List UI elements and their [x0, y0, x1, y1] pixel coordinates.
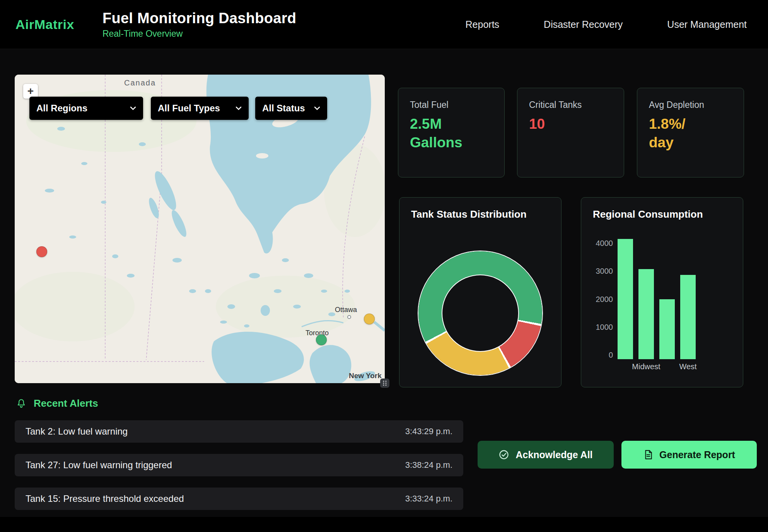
regional-consumption-card: Regional Consumption 40003000200010000 M… [581, 197, 743, 387]
generate-report-button[interactable]: Generate Report [621, 441, 757, 469]
page-title: Fuel Monitoring Dashboard [102, 10, 296, 27]
acknowledge-all-button[interactable]: Acknowledge All [478, 441, 614, 469]
stat-card: Avg Depletion 1.8%/ day [637, 88, 744, 177]
document-icon [643, 450, 653, 460]
fuel-type-filter-label: All Fuel Types [158, 103, 220, 114]
brand-logo[interactable]: AirMatrix [15, 17, 74, 32]
stat-label: Total Fuel [410, 100, 493, 110]
alert-time: 3:38:24 p.m. [405, 460, 452, 470]
map-canvas[interactable] [15, 75, 385, 383]
x-tick-label: West [679, 362, 696, 371]
x-tick-label: Midwest [632, 362, 660, 371]
page-subtitle: Real-Time Overview [102, 29, 296, 39]
nav-user-management[interactable]: User Management [667, 19, 747, 30]
status-filter-dropdown[interactable]: All Status [255, 97, 327, 120]
bar [638, 269, 654, 359]
app-header: AirMatrix Fuel Monitoring Dashboard Real… [0, 0, 768, 49]
alert-row[interactable]: Tank 2: Low fuel warning 3:43:29 p.m. [15, 420, 463, 443]
regional-consumption-bar-chart: 40003000200010000 MidwestWest [593, 239, 731, 360]
nav-disaster-recovery[interactable]: Disaster Recovery [544, 19, 623, 30]
dashboard-page: AirMatrix Fuel Monitoring Dashboard Real… [0, 0, 768, 532]
bar-column [659, 239, 675, 359]
recent-alerts-heading: Recent Alerts [16, 397, 98, 409]
stat-label: Critical Tanks [529, 100, 612, 110]
chevron-down-icon [130, 106, 136, 111]
recent-alerts-title: Recent Alerts [34, 397, 98, 409]
generate-report-label: Generate Report [659, 449, 735, 460]
bar-column: West [680, 239, 696, 359]
bar-chart-y-axis: 40003000200010000 [593, 239, 618, 360]
alert-time: 3:43:29 p.m. [405, 426, 452, 437]
bar-chart-plot-area: MidwestWest [618, 239, 696, 360]
stat-card: Critical Tanks 10 [517, 88, 624, 177]
y-tick-label: 1000 [596, 323, 613, 332]
bar-column: Midwest [638, 239, 654, 359]
bottom-strip [0, 517, 768, 532]
alert-message: Tank 27: Low fuel warning triggered [26, 460, 172, 471]
tank-status-card: Tank Status Distribution [399, 197, 561, 387]
grip-dots-icon [382, 380, 387, 386]
alert-message: Tank 2: Low fuel warning [26, 426, 128, 437]
check-circle-icon [498, 449, 509, 460]
fuel-type-filter-dropdown[interactable]: All Fuel Types [151, 97, 249, 120]
chevron-down-icon [236, 106, 242, 111]
bar [680, 275, 696, 359]
alert-message: Tank 15: Pressure threshold exceeded [26, 493, 184, 504]
y-tick-label: 0 [609, 351, 613, 360]
tank-marker-warning[interactable] [364, 314, 375, 324]
map-panel[interactable]: Canada Ottawa Toronto New York + All Reg… [15, 75, 385, 383]
y-tick-label: 2000 [596, 295, 613, 304]
tank-status-donut-chart [418, 251, 542, 375]
stat-value: 10 [529, 115, 612, 133]
alert-row[interactable]: Tank 15: Pressure threshold exceeded 3:3… [15, 488, 463, 510]
main-nav: Reports Disaster Recovery User Managemen… [466, 19, 747, 30]
stat-card: Total Fuel 2.5M Gallons [398, 88, 505, 177]
stat-label: Avg Depletion [649, 100, 732, 110]
stat-value: 1.8%/ day [649, 115, 732, 152]
bar-column [618, 239, 633, 359]
tank-marker-critical[interactable] [36, 246, 47, 257]
map-resize-handle[interactable] [380, 379, 389, 388]
nav-reports[interactable]: Reports [466, 19, 500, 30]
stat-value: 2.5M Gallons [410, 115, 493, 152]
regions-filter-dropdown[interactable]: All Regions [29, 97, 143, 120]
alert-time: 3:33:24 p.m. [405, 494, 452, 504]
bar-chart-title: Regional Consumption [593, 208, 731, 220]
alert-row[interactable]: Tank 27: Low fuel warning triggered 3:38… [15, 454, 463, 476]
y-tick-label: 4000 [596, 239, 613, 248]
bar [618, 239, 633, 359]
bar [659, 299, 675, 360]
bell-icon [16, 398, 27, 409]
regions-filter-label: All Regions [36, 103, 87, 114]
title-block: Fuel Monitoring Dashboard Real-Time Over… [102, 10, 296, 39]
acknowledge-all-label: Acknowledge All [515, 449, 592, 460]
status-filter-label: All Status [262, 103, 305, 114]
tank-marker-normal[interactable] [316, 334, 327, 345]
ottawa-town-dot [347, 315, 351, 319]
chevron-down-icon [314, 106, 320, 111]
y-tick-label: 3000 [596, 267, 613, 276]
donut-chart-title: Tank Status Distribution [411, 208, 550, 220]
